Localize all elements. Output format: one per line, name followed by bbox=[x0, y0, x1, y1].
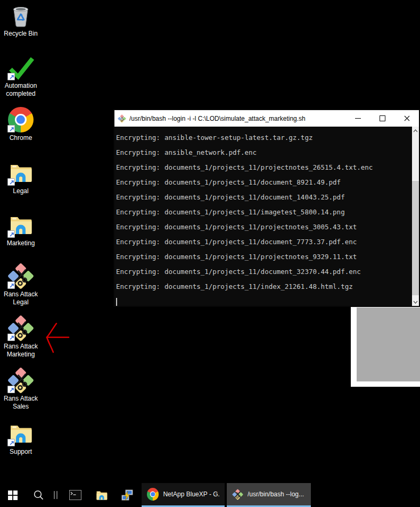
desktop-icon-rans-attack-sales[interactable]: Rans Attack Sales bbox=[0, 367, 42, 410]
desktop-icon-automation-completed[interactable]: Automation completed bbox=[0, 54, 42, 97]
taskbar-separator bbox=[50, 483, 61, 507]
terminal-line: Encrypting:documents_1/projects_11/docum… bbox=[116, 175, 412, 190]
terminal-line: Encrypting:documents_1/projects_11/index… bbox=[116, 279, 412, 294]
command-prompt-taskbar-button[interactable] bbox=[62, 483, 88, 507]
desktop-icon-label: Rans Attack Marketing bbox=[0, 343, 42, 358]
ransomware-diamond-icon bbox=[6, 315, 36, 342]
terminal-line: Encrypting:documents_1/projects_11/image… bbox=[116, 205, 412, 220]
windows-desktop: { "desktop": { "icons": [ {"label": "Rec… bbox=[0, 0, 420, 507]
terminal-cursor bbox=[116, 298, 117, 306]
folder-icon bbox=[6, 212, 36, 238]
taskbar: NetApp BlueXP - G... /usr/bin/bash --log… bbox=[0, 483, 420, 507]
terminal-line: Encrypting:ansible_network.pdf.enc bbox=[116, 145, 412, 160]
ransomware-diamond-icon bbox=[118, 114, 126, 123]
terminal-output: Encrypting:ansible-tower-setup-latest.ta… bbox=[114, 127, 412, 306]
ransomware-diamond-icon bbox=[6, 367, 36, 394]
terminal-title: /usr/bin/bash --login -i -l C:\LOD\simul… bbox=[129, 115, 306, 122]
shortcut-arrow-icon bbox=[7, 125, 15, 132]
terminal-line: Encrypting:documents_1/projects_11/proje… bbox=[116, 250, 412, 264]
minimize-button[interactable] bbox=[345, 110, 370, 127]
start-button[interactable] bbox=[0, 483, 26, 507]
maximize-button[interactable] bbox=[370, 110, 394, 127]
desktop-icon-label: Legal bbox=[0, 187, 42, 195]
chrome-taskbar-label: NetApp BlueXP - G... bbox=[163, 491, 219, 498]
shortcut-arrow-icon bbox=[7, 386, 15, 393]
shortcut-arrow-icon bbox=[7, 178, 15, 186]
terminal-line: Encrypting:documents_1/projects_11/docum… bbox=[116, 264, 412, 279]
partial-background-window[interactable] bbox=[351, 306, 420, 387]
terminal-titlebar[interactable]: /usr/bin/bash --login -i -l C:\LOD\simul… bbox=[114, 110, 419, 127]
desktop-icon-support[interactable]: Support bbox=[0, 420, 42, 456]
scroll-up-icon[interactable] bbox=[412, 127, 419, 135]
ransomware-diamond-icon bbox=[6, 263, 36, 289]
desktop-icon-recycle-bin[interactable]: Recycle Bin bbox=[0, 2, 42, 38]
desktop-icon-chrome[interactable]: Chrome bbox=[0, 106, 42, 142]
scrollbar-thumb[interactable] bbox=[412, 181, 419, 295]
desktop-icon-rans-attack-legal[interactable]: Rans Attack Legal bbox=[0, 263, 42, 306]
chrome-icon bbox=[147, 488, 159, 501]
terminal-line: Encrypting:documents_1/projects_11/proje… bbox=[116, 220, 412, 235]
terminal-line: Encrypting:documents_1/projects_11/proje… bbox=[116, 160, 412, 175]
remote-desktop-icon bbox=[121, 489, 134, 502]
desktop-icon-label: Support bbox=[0, 448, 42, 456]
terminal-line: Encrypting:ansible-tower-setup-latest.ta… bbox=[116, 130, 412, 145]
red-arrow-annotation bbox=[40, 314, 88, 362]
green-checkmark-icon bbox=[6, 54, 36, 81]
desktop-icon-label: Rans Attack Sales bbox=[0, 395, 42, 410]
desktop-icon-marketing[interactable]: Marketing bbox=[0, 212, 42, 247]
scroll-down-icon[interactable] bbox=[412, 298, 419, 306]
file-explorer-icon bbox=[95, 489, 108, 501]
file-explorer-taskbar-button[interactable] bbox=[89, 483, 114, 507]
maximize-icon bbox=[380, 115, 385, 121]
terminal-line: Encrypting:documents_1/projects_11/docum… bbox=[116, 235, 412, 250]
partial-window-content bbox=[357, 307, 420, 381]
minimize-icon bbox=[355, 118, 361, 119]
shortcut-arrow-icon bbox=[7, 230, 15, 238]
shortcut-arrow-icon bbox=[7, 73, 15, 80]
start-icon bbox=[8, 491, 18, 500]
shortcut-arrow-icon bbox=[7, 334, 15, 341]
bash-taskbar-button[interactable]: /usr/bin/bash --log... bbox=[227, 483, 311, 507]
shortcut-arrow-icon bbox=[7, 281, 15, 289]
search-icon bbox=[33, 489, 44, 501]
desktop-icon-rans-attack-marketing[interactable]: Rans Attack Marketing bbox=[0, 315, 42, 358]
desktop-icon-label: Automation completed bbox=[0, 82, 42, 97]
close-icon bbox=[404, 115, 410, 121]
chrome-taskbar-button[interactable]: NetApp BlueXP - G... bbox=[142, 483, 225, 507]
bash-taskbar-label: /usr/bin/bash --log... bbox=[248, 491, 304, 498]
folder-icon bbox=[6, 160, 36, 186]
ransomware-diamond-icon bbox=[232, 489, 243, 500]
desktop-icon-legal[interactable]: Legal bbox=[0, 160, 42, 195]
remote-desktop-taskbar-button[interactable] bbox=[114, 483, 140, 507]
terminal-body[interactable]: Encrypting:ansible-tower-setup-latest.ta… bbox=[114, 127, 419, 306]
folder-icon bbox=[6, 420, 36, 447]
close-button[interactable] bbox=[394, 110, 419, 127]
search-button[interactable] bbox=[26, 483, 51, 507]
bash-terminal-window: /usr/bin/bash --login -i -l C:\LOD\simul… bbox=[113, 109, 420, 307]
chrome-icon bbox=[6, 106, 36, 133]
recycle-bin-icon bbox=[6, 2, 36, 29]
desktop-icon-label: Recycle Bin bbox=[0, 30, 42, 38]
desktop-icon-label: Rans Attack Legal bbox=[0, 290, 42, 306]
desktop-icon-label: Marketing bbox=[0, 239, 42, 247]
command-prompt-icon bbox=[69, 490, 81, 500]
terminal-line: Encrypting:documents_1/projects_11/docum… bbox=[116, 190, 412, 205]
terminal-scrollbar[interactable] bbox=[412, 127, 419, 306]
desktop-icon-label: Chrome bbox=[0, 134, 42, 142]
shortcut-arrow-icon bbox=[7, 439, 15, 446]
